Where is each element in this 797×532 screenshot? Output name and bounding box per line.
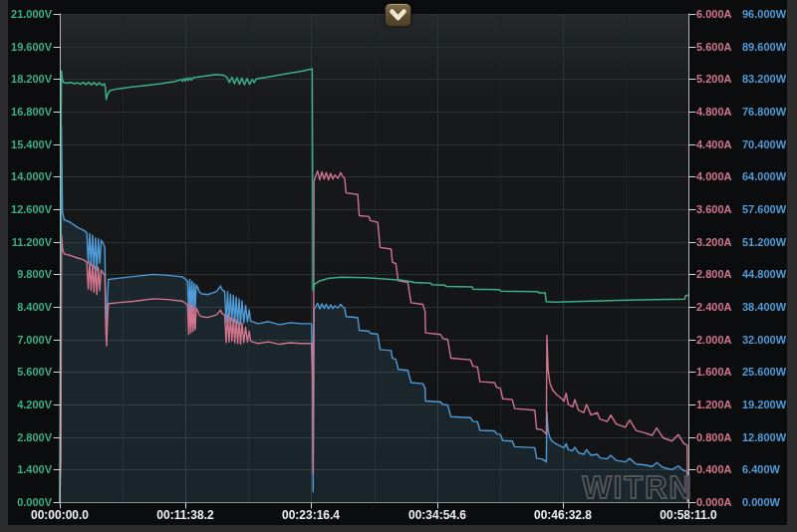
collapse-toolbar-button[interactable] [385,3,411,27]
power-tick-label: 83.200W [742,73,787,86]
time-tick-label: 00:58:11.0 [643,509,734,522]
power-tick-label: 12.800W [742,431,787,444]
time-tick-label: 00:46:32.8 [517,509,609,522]
power-tick-label: 44.800W [742,268,787,281]
current-tick-label: 2.000A [696,334,746,347]
current-tick-label: 4.400A [696,138,746,151]
voltage-tick-label: 21.000V [8,8,52,21]
chart-canvas[interactable] [8,0,787,525]
power-tick-label: 19.200W [742,399,787,411]
current-tick-label: 0.800A [696,431,746,444]
voltage-tick-label: 14.000V [8,170,52,183]
time-tick-label: 00:34:54.6 [392,509,483,522]
chart-panel: 21.000V19.600V18.200V16.800V15.400V14.00… [8,0,787,525]
time-tick-label: 00:11:38.2 [139,509,231,522]
current-tick-label: 1.600A [696,366,746,379]
time-tick-label: 00:00:00.0 [14,509,106,522]
power-tick-label: 89.600W [742,41,787,54]
current-tick-label: 4.800A [696,106,746,119]
voltage-tick-label: 1.400V [8,463,52,476]
power-tick-label: 6.400W [742,463,787,476]
power-tick-label: 64.000W [742,170,787,183]
power-tick-label: 25.600W [742,366,787,379]
power-tick-label: 70.400W [742,138,787,151]
current-tick-label: 6.000A [696,8,746,21]
time-tick-label: 00:23:16.4 [265,509,357,522]
current-tick-label: 1.200A [696,399,746,411]
power-tick-label: 38.400W [742,301,787,314]
window-frame: 21.000V19.600V18.200V16.800V15.400V14.00… [0,0,797,532]
voltage-tick-label: 11.200V [8,236,52,249]
power-tick-label: 32.000W [742,334,787,347]
current-tick-label: 3.600A [696,203,746,216]
voltage-tick-label: 2.800V [8,431,52,444]
current-tick-label: 5.200A [696,73,746,86]
power-tick-label: 96.000W [742,8,787,21]
power-tick-label: 57.600W [742,203,787,216]
voltage-tick-label: 19.600V [8,41,52,54]
chevron-down-icon [389,7,407,23]
witrn-watermark: WITRN [582,470,693,506]
voltage-tick-label: 4.200V [8,399,52,411]
current-tick-label: 0.400A [696,463,746,476]
voltage-tick-label: 16.800V [8,106,52,119]
power-tick-label: 0.000W [742,496,787,509]
voltage-tick-label: 7.000V [8,334,52,347]
power-tick-label: 76.800W [742,106,787,119]
voltage-tick-label: 15.400V [8,138,52,151]
current-tick-label: 2.800A [696,268,746,281]
current-tick-label: 5.600A [696,41,746,54]
voltage-tick-label: 8.400V [8,301,52,314]
voltage-tick-label: 9.800V [8,268,52,281]
voltage-tick-label: 18.200V [8,73,52,86]
current-tick-label: 2.400A [696,301,746,314]
voltage-tick-label: 5.600V [8,366,52,379]
voltage-tick-label: 12.600V [8,203,52,216]
current-tick-label: 3.200A [696,236,746,249]
current-tick-label: 4.000A [696,170,746,183]
power-tick-label: 51.200W [742,236,787,249]
